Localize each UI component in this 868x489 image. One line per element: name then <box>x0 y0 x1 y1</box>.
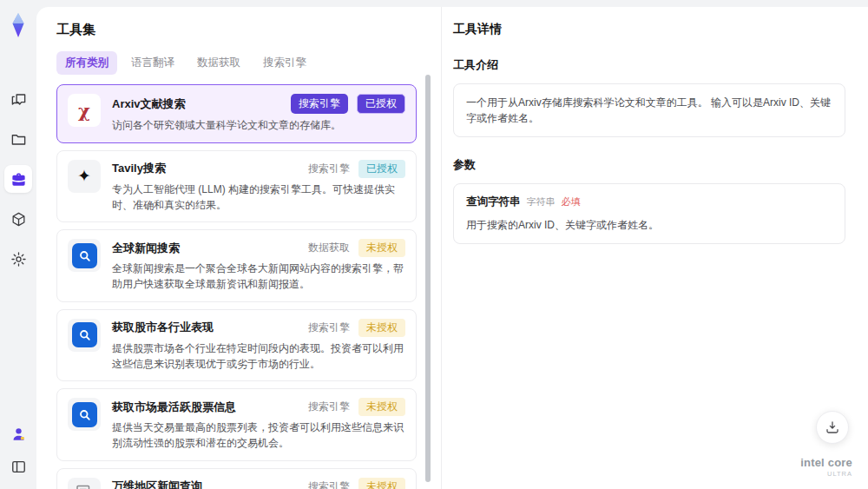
tool-description: 访问各个研究领域大量科学论文和文章的存储库。 <box>112 118 405 134</box>
folder-icon <box>10 131 27 148</box>
sidebar-nav <box>4 85 32 273</box>
gear-icon <box>10 251 27 268</box>
tool-name: 获取股市各行业表现 <box>112 320 308 335</box>
tool-icon <box>68 319 101 352</box>
tool-card[interactable]: ✦ Tavily搜索 搜索引擎 已授权 专为人工智能代理 (LLM) 构建的搜索… <box>56 150 417 223</box>
list-scrollbar[interactable] <box>425 75 431 482</box>
tool-name: Arxiv文献搜索 <box>112 96 291 112</box>
tool-detail-panel: 工具详情 工具介绍 一个用于从Arxiv存储库搜索科学论文和文章的工具。 输入可… <box>441 7 868 489</box>
intel-core-logo: intel core ULTRA <box>800 455 852 478</box>
tool-status-badge: 已授权 <box>358 160 405 178</box>
param-name: 查询字符串 <box>466 195 521 209</box>
newspaper-icon <box>74 482 95 489</box>
tool-card-body: Arxiv文献搜索 搜索引擎 已授权 访问各个研究领域大量科学论文和文章的存储库… <box>112 94 405 134</box>
tool-card[interactable]: 获取市场最活跃股票信息 搜索引擎 未授权 提供当天交易量最高的股票列表，投资者可… <box>56 388 417 461</box>
tool-tags: 搜索引擎 未授权 <box>308 478 405 489</box>
blue-search-icon <box>72 243 97 268</box>
page-title: 工具集 <box>56 22 441 38</box>
app-logo <box>5 10 31 40</box>
tool-category-tag: 搜索引擎 <box>308 479 350 489</box>
detail-title: 工具详情 <box>453 22 845 37</box>
blue-search-icon <box>72 322 97 347</box>
intro-box: 一个用于从Arxiv存储库搜索科学论文和文章的工具。 输入可以是Arxiv ID… <box>453 83 845 137</box>
user-avatar-icon <box>10 426 27 442</box>
tool-icon <box>68 239 101 272</box>
tool-icon <box>68 478 101 489</box>
tool-card-top-row: Tavily搜索 搜索引擎 已授权 <box>112 160 405 178</box>
intel-core-sub-text: ULTRA <box>800 471 852 478</box>
tool-category-tag: 搜索引擎 <box>291 94 348 114</box>
sidebar <box>0 0 36 489</box>
main-content: 工具集 所有类别语言翻译数据获取搜索引擎 χ Arxiv文献搜索 搜索引擎 已授… <box>36 7 868 489</box>
tool-card-top-row: 万维地区新闻查询 搜索引擎 未授权 <box>112 478 405 489</box>
tool-description: 提供当天交易量最高的股票列表，投资者可以利用这些信息来识别流动性强的股票和潜在的… <box>112 420 405 452</box>
param-header: 查询字符串 字符串 必填 <box>466 195 832 209</box>
sparkle-icon: ✦ <box>77 166 91 186</box>
tool-card-top-row: 全球新闻搜索 数据获取 未授权 <box>112 239 405 257</box>
download-icon <box>825 420 840 435</box>
tool-card-top-row: Arxiv文献搜索 搜索引擎 已授权 <box>112 94 405 114</box>
briefcase-icon <box>10 171 27 188</box>
tool-description: 专为人工智能代理 (LLM) 构建的搜索引擎工具。可快速提供实时、准确和真实的结… <box>112 182 405 214</box>
intro-heading: 工具介绍 <box>453 57 845 73</box>
intro-text: 一个用于从Arxiv存储库搜索科学论文和文章的工具。 输入可以是Arxiv ID… <box>466 95 832 126</box>
sidebar-item-tools[interactable] <box>4 165 32 193</box>
tool-card-body: Tavily搜索 搜索引擎 已授权 专为人工智能代理 (LLM) 构建的搜索引擎… <box>112 160 405 214</box>
tool-category-tag: 搜索引擎 <box>308 320 350 335</box>
tool-name: Tavily搜索 <box>112 161 308 176</box>
tool-category-tag: 搜索引擎 <box>308 400 350 414</box>
tool-card-top-row: 获取股市各行业表现 搜索引擎 未授权 <box>112 319 405 337</box>
tool-description: 全球新闻搜索是一个聚合全球各大新闻网站内容的搜索引擎，帮助用户快速获取全球最新资… <box>112 261 405 293</box>
logo-gem-icon <box>7 12 30 38</box>
cube-icon <box>10 211 27 228</box>
sidebar-item-settings[interactable] <box>4 245 32 273</box>
tool-card-body: 获取市场最活跃股票信息 搜索引擎 未授权 提供当天交易量最高的股票列表，投资者可… <box>112 398 405 452</box>
tool-list: χ Arxiv文献搜索 搜索引擎 已授权 访问各个研究领域大量科学论文和文章的存… <box>56 84 417 489</box>
tool-tags: 数据获取 未授权 <box>308 239 405 257</box>
tool-card-body: 获取股市各行业表现 搜索引擎 未授权 提供股票市场各个行业在特定时间段内的表现。… <box>112 319 405 373</box>
tool-list-panel: 工具集 所有类别语言翻译数据获取搜索引擎 χ Arxiv文献搜索 搜索引擎 已授… <box>36 7 441 489</box>
tool-description: 提供股票市场各个行业在特定时间段内的表现。投资者可以利用这些信息来识别表现优于或… <box>112 341 405 373</box>
param-required-badge: 必填 <box>562 195 581 208</box>
tool-name: 万维地区新闻查询 <box>112 479 308 489</box>
tool-status-badge: 已授权 <box>357 94 405 114</box>
tool-tags: 搜索引擎 未授权 <box>308 398 405 416</box>
tool-status-badge: 未授权 <box>358 398 405 416</box>
category-tabs: 所有类别语言翻译数据获取搜索引擎 <box>56 51 441 75</box>
tool-category-tag: 数据获取 <box>308 241 350 255</box>
tool-card[interactable]: 全球新闻搜索 数据获取 未授权 全球新闻搜索是一个聚合全球各大新闻网站内容的搜索… <box>56 229 417 302</box>
sidebar-item-collapse[interactable] <box>4 453 32 480</box>
tool-name: 获取市场最活跃股票信息 <box>112 400 308 415</box>
sidebar-item-account[interactable] <box>4 420 32 447</box>
download-button[interactable] <box>816 411 849 444</box>
category-tab[interactable]: 语言翻译 <box>122 51 183 75</box>
tool-status-badge: 未授权 <box>358 478 405 489</box>
chat-icon <box>10 91 27 108</box>
intel-core-brand-text: intel core <box>800 456 852 469</box>
tool-tags: 搜索引擎 已授权 <box>308 160 405 178</box>
sidebar-item-models[interactable] <box>4 205 32 233</box>
category-tab[interactable]: 数据获取 <box>188 51 249 75</box>
app-window: 工具集 所有类别语言翻译数据获取搜索引擎 χ Arxiv文献搜索 搜索引擎 已授… <box>0 0 868 489</box>
tool-card[interactable]: χ Arxiv文献搜索 搜索引擎 已授权 访问各个研究领域大量科学论文和文章的存… <box>56 84 417 143</box>
arxiv-chi-icon: χ <box>78 100 90 122</box>
sidebar-item-files[interactable] <box>4 125 32 153</box>
collapse-panel-icon <box>10 459 27 475</box>
param-box: 查询字符串 字符串 必填 用于搜索的Arxiv ID、关键字或作者姓名。 <box>453 183 845 244</box>
tool-icon: ✦ <box>68 160 101 193</box>
tool-card[interactable]: 万维地区新闻查询 搜索引擎 未授权 查询具体行政区划内的新闻，快速了解各地新闻动… <box>56 468 417 489</box>
tool-card-body: 全球新闻搜索 数据获取 未授权 全球新闻搜索是一个聚合全球各大新闻网站内容的搜索… <box>112 239 405 293</box>
tool-card[interactable]: 获取股市各行业表现 搜索引擎 未授权 提供股票市场各个行业在特定时间段内的表现。… <box>56 309 417 382</box>
tool-card-body: 万维地区新闻查询 搜索引擎 未授权 查询具体行政区划内的新闻，快速了解各地新闻动… <box>112 478 405 489</box>
param-description: 用于搜索的Arxiv ID、关键字或作者姓名。 <box>466 217 832 233</box>
category-tab[interactable]: 搜索引擎 <box>254 51 315 75</box>
tool-category-tag: 搜索引擎 <box>308 162 350 176</box>
tool-status-badge: 未授权 <box>358 239 405 257</box>
param-type: 字符串 <box>527 195 556 208</box>
blue-search-icon <box>72 402 97 427</box>
tool-status-badge: 未授权 <box>358 319 405 337</box>
sidebar-item-chat[interactable] <box>4 85 32 113</box>
tool-tags: 搜索引擎 已授权 <box>291 94 405 114</box>
sidebar-bottom <box>0 420 36 480</box>
category-tab[interactable]: 所有类别 <box>56 51 117 75</box>
